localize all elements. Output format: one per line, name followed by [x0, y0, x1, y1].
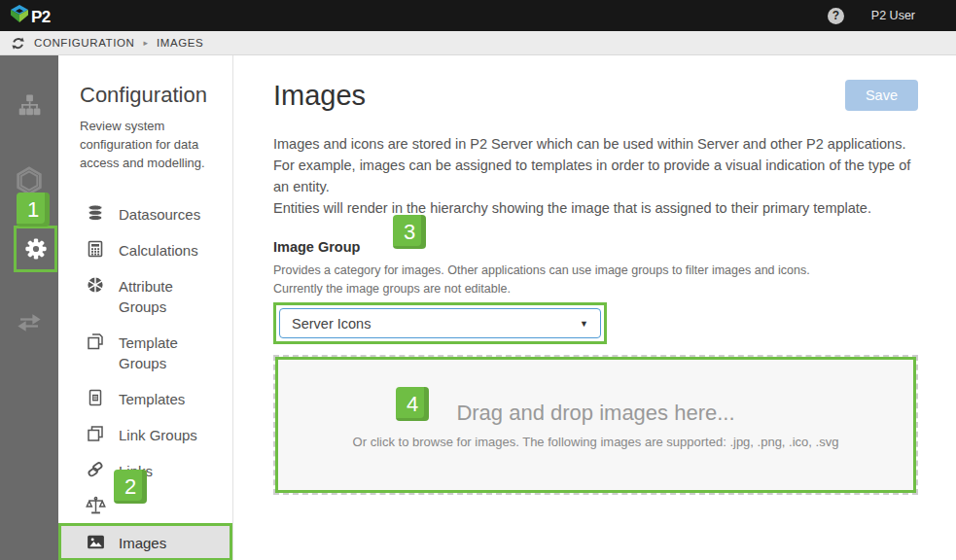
body-row: 1 Configuration Review system configurat…	[0, 55, 956, 560]
breadcrumb-separator-icon: ▸	[143, 38, 148, 48]
sidebar-item-label: Calculations	[119, 238, 198, 261]
user-menu[interactable]: P2 User	[871, 9, 915, 22]
nav-transfer-icon[interactable]	[0, 310, 58, 335]
scales-icon	[85, 495, 106, 516]
sidebar-item-link-groups[interactable]: Link Groups	[58, 416, 232, 452]
p2-logo-mark-icon	[10, 4, 29, 27]
annotation-badge-4: 4	[396, 387, 429, 421]
links-icon	[85, 459, 106, 480]
sidebar-item-label: Templates	[119, 387, 185, 409]
help-line: Currently the image groups are not edita…	[273, 280, 918, 298]
database-icon	[85, 202, 106, 224]
nav-rail: 1	[0, 55, 58, 560]
image-dropzone-inner: Drag and drop images here... Or click to…	[275, 357, 916, 493]
help-line: Provides a category for images. Other ap…	[273, 262, 918, 280]
attribute-groups-icon	[85, 274, 106, 296]
images-content: Images Save Images and icons are stored …	[233, 55, 956, 560]
sidebar-item-attribute-groups[interactable]: Attribute Groups	[58, 267, 232, 324]
sidebar-description: Review system configuration for data acc…	[58, 117, 214, 172]
image-group-select[interactable]: Server Icons ▼	[279, 308, 601, 338]
refresh-icon[interactable]	[11, 36, 25, 51]
link-groups-icon	[85, 423, 106, 444]
breadcrumb-configuration[interactable]: CONFIGURATION	[34, 37, 134, 49]
p2-server-configuration-page: P2 ? P2 User CONFIGURATION ▸ IMAGES	[0, 0, 956, 560]
sidebar-item-datasources[interactable]: Datasources	[58, 195, 232, 231]
dropzone-title: Drag and drop images here...	[456, 401, 734, 426]
topbar-right: ? P2 User	[828, 8, 942, 24]
image-group-help: Provides a category for images. Other ap…	[273, 262, 918, 298]
sidebar-item-label: Datasources	[119, 202, 200, 225]
gear-icon	[21, 234, 51, 263]
sidebar-item-images[interactable]: Images	[58, 523, 232, 560]
calculator-icon	[85, 238, 106, 260]
p2-logo-text: P2	[31, 8, 51, 27]
image-group-label: Image Group	[273, 239, 918, 255]
images-icon	[85, 531, 106, 552]
template-groups-icon	[85, 331, 106, 352]
sidebar-item-label: Images	[119, 531, 166, 553]
p2-logo[interactable]: P2	[10, 4, 51, 27]
sidebar-item-label: Attribute Groups	[119, 274, 196, 317]
help-icon[interactable]: ?	[828, 8, 844, 24]
image-group-select-highlight: Server Icons ▼	[273, 302, 607, 344]
breadcrumb-images[interactable]: IMAGES	[157, 37, 203, 49]
sidebar-menu: Datasources	[58, 195, 232, 560]
annotation-badge-3: 3	[393, 215, 426, 249]
intro-paragraph: Images and icons are stored in P2 Server…	[273, 133, 918, 219]
sidebar-title: Configuration	[58, 83, 232, 108]
sidebar-item-templates[interactable]: Templates	[58, 380, 232, 416]
image-group-selected-value: Server Icons	[292, 316, 371, 332]
top-bar: P2 ? P2 User	[0, 0, 956, 31]
title-row: Images Save	[273, 80, 918, 112]
templates-icon	[85, 387, 106, 408]
intro-line: Entities will render in the hierarchy sh…	[273, 197, 918, 219]
intro-line: For example, images can be assigned to t…	[273, 155, 918, 197]
annotation-badge-2: 2	[114, 470, 147, 504]
save-button[interactable]: Save	[845, 80, 918, 111]
sidebar-item-label: Template Groups	[119, 331, 196, 373]
dropzone-subtitle: Or click to browse for images. The follo…	[353, 435, 839, 449]
sidebar-item-label: Link Groups	[119, 423, 197, 445]
nav-hierarchy-icon[interactable]	[0, 92, 58, 119]
sidebar-item-calculations[interactable]: Calculations	[58, 231, 232, 267]
annotation-badge-1: 1	[17, 192, 50, 227]
breadcrumb-bar: CONFIGURATION ▸ IMAGES	[0, 31, 956, 55]
sidebar-item-template-groups[interactable]: Template Groups	[58, 324, 232, 380]
intro-line: Images and icons are stored in P2 Server…	[273, 133, 918, 155]
chevron-down-icon: ▼	[580, 319, 588, 329]
nav-settings-highlight[interactable]	[14, 226, 57, 272]
page-title: Images	[273, 80, 366, 112]
configuration-sidebar: Configuration Review system configuratio…	[58, 55, 233, 560]
image-dropzone[interactable]: Drag and drop images here... Or click to…	[273, 355, 918, 495]
